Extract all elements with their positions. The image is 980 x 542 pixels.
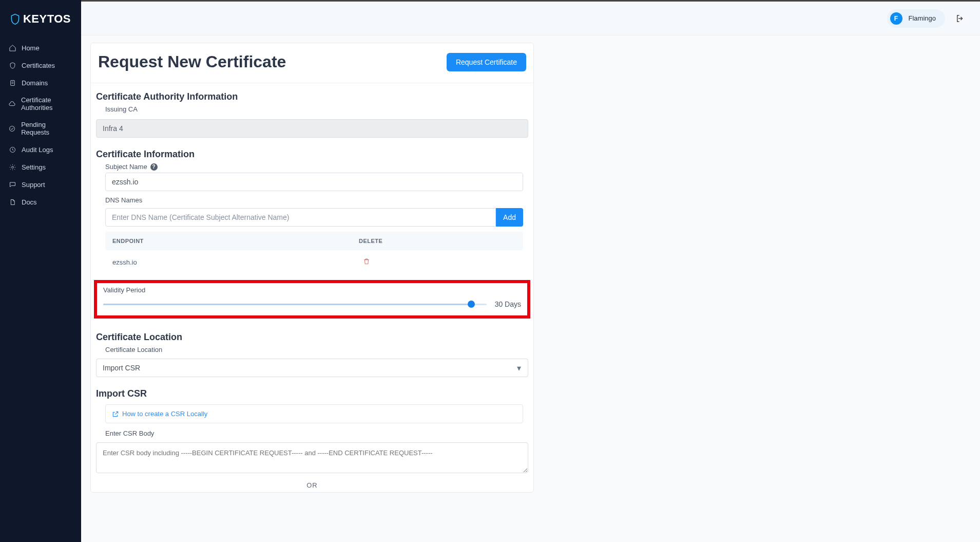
cert-section-title: Certificate Information [96,149,528,160]
nav-cas[interactable]: Certificate Authorities [0,91,81,116]
brand-logo: KEYTOS [0,4,81,35]
subject-name-label-text: Subject Name [105,163,147,171]
subject-name-label: Subject Name ? [105,163,523,171]
csr-body-label: Enter CSR Body [105,429,523,437]
csr-section: Import CSR How to create a CSR Locally E… [91,380,533,492]
dns-names-label: DNS Names [105,196,523,204]
dns-table: ENDPOINT DELETE ezssh.io [105,232,523,274]
avatar: F [890,12,902,25]
file-icon [8,198,16,206]
nav-settings[interactable]: Settings [0,158,81,176]
content-scroll[interactable]: Request New Certificate Request Certific… [81,35,980,542]
nav-home-label: Home [22,44,40,52]
csr-help-link-row: How to create a CSR Locally [105,404,523,423]
nav-cas-label: Certificate Authorities [21,96,73,111]
slider-fill [103,304,471,305]
svg-point-3 [10,126,15,131]
nav-list: Home Certificates Domains Certificate Au… [0,35,81,211]
nav-certificates[interactable]: Certificates [0,57,81,74]
check-circle-icon [8,124,16,133]
main-area: F Flamingo Request New Certificate Reque… [81,0,980,542]
user-chip[interactable]: F Flamingo [887,9,945,28]
logout-button[interactable] [952,11,968,26]
request-certificate-button[interactable]: Request Certificate [447,53,526,71]
help-icon[interactable]: ? [150,163,158,171]
or-divider: OR [96,481,528,489]
validity-value: 30 Days [495,300,521,308]
nav-audit-label: Audit Logs [22,146,53,154]
slider-track[interactable] [103,304,487,305]
subject-name-input[interactable] [105,173,523,191]
gear-icon [8,163,16,171]
svg-point-5 [11,166,13,168]
nav-support-label: Support [22,181,45,189]
cert-section: Certificate Information Subject Name ? D… [91,141,533,277]
user-name: Flamingo [909,14,936,22]
card-header: Request New Certificate Request Certific… [91,43,533,83]
chat-icon [8,180,16,189]
external-link-icon [112,410,119,418]
nav-docs-label: Docs [22,198,37,206]
shield-icon [8,61,16,69]
issuing-ca-input [96,119,528,138]
svg-rect-0 [10,80,14,85]
csr-help-link[interactable]: How to create a CSR Locally [122,410,207,418]
ca-section: Certificate Authority Information Issuin… [91,83,533,141]
page-title: Request New Certificate [98,52,286,71]
col-endpoint-header: ENDPOINT [112,238,359,244]
issuing-ca-label: Issuing CA [105,105,523,113]
cloud-icon [8,100,16,108]
document-icon [8,79,16,87]
nav-docs[interactable]: Docs [0,193,81,211]
nav-certificates-label: Certificates [22,62,55,69]
location-select[interactable] [96,359,528,377]
trash-icon [363,257,370,265]
validity-label: Validity Period [103,286,521,294]
nav-domains-label: Domains [22,79,48,87]
col-delete-header: DELETE [359,238,410,244]
home-icon [8,44,16,52]
nav-support[interactable]: Support [0,176,81,193]
nav-domains[interactable]: Domains [0,74,81,91]
csr-body-input[interactable] [96,442,528,473]
sidebar: KEYTOS Home Certificates Domains Certifi… [0,0,81,542]
validity-slider[interactable]: 30 Days [103,300,521,308]
form-card: Request New Certificate Request Certific… [90,43,534,493]
ca-section-title: Certificate Authority Information [96,91,528,102]
brand-name: KEYTOS [23,12,71,26]
slider-thumb[interactable] [468,301,475,308]
shield-logo-icon [10,12,20,26]
location-label: Certificate Location [105,346,523,353]
nav-pending-label: Pending Requests [21,121,73,136]
dns-name-input[interactable] [105,208,496,227]
dns-table-header: ENDPOINT DELETE [105,232,523,250]
nav-home[interactable]: Home [0,39,81,57]
topbar: F Flamingo [81,2,980,35]
delete-row-button[interactable] [363,257,370,265]
endpoint-cell: ezssh.io [112,258,359,266]
location-section: Certificate Location Certificate Locatio… [91,324,533,380]
nav-audit[interactable]: Audit Logs [0,141,81,158]
nav-pending[interactable]: Pending Requests [0,116,81,141]
nav-settings-label: Settings [22,163,46,171]
add-dns-button[interactable]: Add [496,208,523,227]
logout-icon [955,14,965,23]
table-row: ezssh.io [105,250,523,274]
clock-icon [8,145,16,154]
location-section-title: Certificate Location [96,332,528,343]
csr-section-title: Import CSR [96,388,528,399]
validity-highlight: Validity Period 30 Days [94,280,530,319]
